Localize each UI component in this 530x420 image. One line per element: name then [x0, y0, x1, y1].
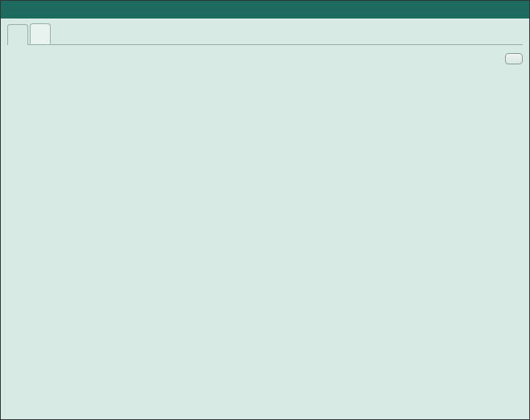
tab-parameters[interactable]	[30, 23, 51, 44]
window-titlebar	[1, 1, 529, 19]
tab-erc[interactable]	[7, 24, 28, 45]
init-defaults-button[interactable]	[505, 53, 523, 64]
tabs	[7, 23, 523, 45]
